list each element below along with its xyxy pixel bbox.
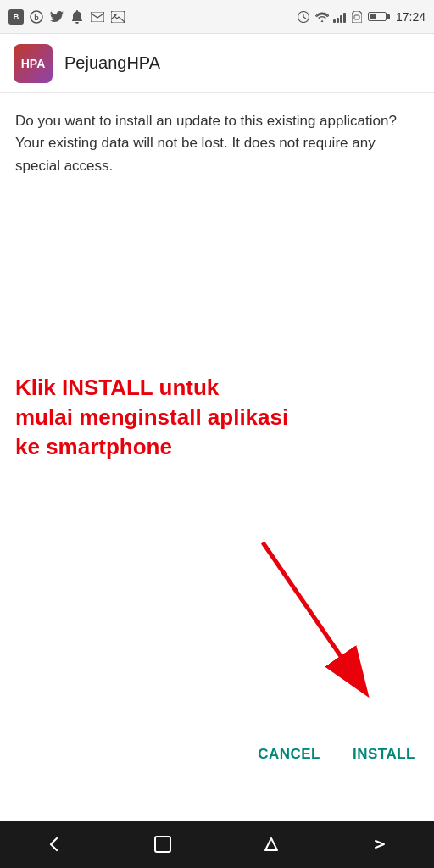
clock-icon <box>296 9 311 25</box>
app-header: HPA PejuangHPA <box>0 34 434 93</box>
battery-icon <box>368 12 390 21</box>
instruction-area: Klik INSTALL untuk mulai menginstall apl… <box>15 373 419 462</box>
status-icons-right: 17:24 <box>296 9 426 25</box>
svg-text:b: b <box>34 14 39 22</box>
sim-icon <box>349 9 364 25</box>
button-row: CANCEL INSTALL <box>254 739 419 770</box>
main-content: Do you want to install an update to this… <box>0 93 434 821</box>
signal-icon <box>333 11 346 23</box>
nav-recents-button[interactable] <box>256 829 287 860</box>
nav-back-button[interactable] <box>39 829 70 860</box>
circle-b-icon: b <box>29 9 44 25</box>
svg-rect-12 <box>155 837 170 852</box>
svg-line-7 <box>303 17 306 19</box>
cancel-button[interactable]: CANCEL <box>254 739 324 770</box>
svg-rect-2 <box>91 12 104 22</box>
app-icon: HPA <box>14 44 53 83</box>
svg-rect-9 <box>354 15 359 19</box>
time-display: 17:24 <box>396 10 426 24</box>
instruction-arrow <box>0 526 434 746</box>
nav-menu-button[interactable] <box>364 829 395 860</box>
install-button[interactable]: INSTALL <box>349 739 419 770</box>
status-bar: B b <box>0 0 434 34</box>
wifi-icon <box>314 9 330 25</box>
nav-home-button[interactable] <box>147 829 178 860</box>
description-text: Do you want to install an update to this… <box>15 110 419 177</box>
app-name: PejuangHPA <box>64 53 160 73</box>
svg-marker-8 <box>352 11 362 23</box>
status-icons-left: B b <box>8 9 125 25</box>
image-icon <box>110 9 125 25</box>
arrow-container <box>0 526 434 746</box>
svg-line-11 <box>263 542 364 691</box>
twitter-icon <box>49 9 64 25</box>
bip-icon: B <box>8 9 24 25</box>
nav-bar <box>0 821 434 868</box>
instruction-text: Klik INSTALL untuk mulai menginstall apl… <box>15 373 419 462</box>
notification-icon <box>70 9 85 25</box>
mail-icon <box>90 9 105 25</box>
